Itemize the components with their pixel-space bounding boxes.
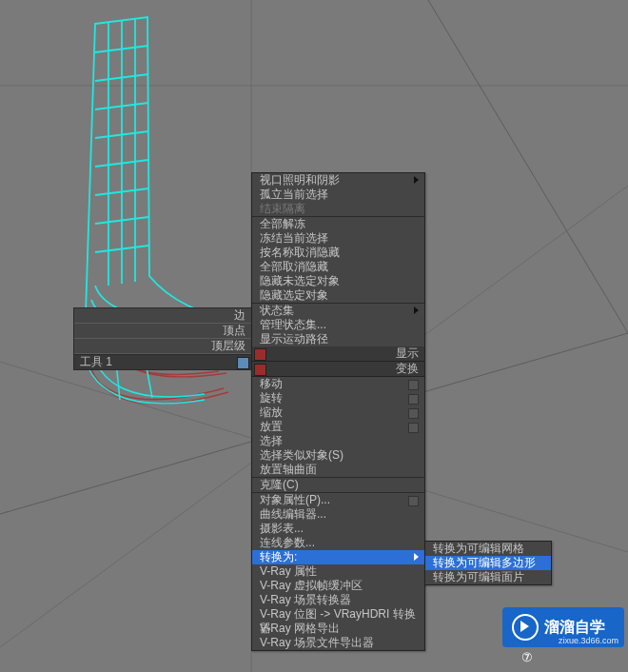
menu-manage-state-sets[interactable]: 管理状态集... bbox=[252, 318, 424, 332]
submenu-arrow-icon bbox=[414, 306, 419, 314]
quad-footer-label: 工具 1 bbox=[80, 355, 112, 368]
submenu-editable-mesh[interactable]: 转换为可编辑网格 bbox=[425, 542, 551, 556]
quad-menu-tools: 边 顶点 顶层级 工具 1 bbox=[73, 307, 252, 370]
menu-wire-parameters[interactable]: 连线参数... bbox=[252, 536, 424, 550]
menu-clone[interactable]: 克隆(C) bbox=[252, 478, 424, 492]
menu-freeze-selection[interactable]: 冻结当前选择 bbox=[252, 231, 424, 246]
menu-vray-bitmap-converter[interactable]: V-Ray 位图 -> VRayHDRI 转换器 bbox=[252, 607, 424, 622]
svg-line-4 bbox=[428, 0, 628, 333]
menu-vray-properties[interactable]: V-Ray 属性 bbox=[252, 564, 424, 579]
menu-unhide-by-name[interactable]: 按名称取消隐藏 bbox=[252, 246, 424, 260]
menu-curve-editor[interactable]: 曲线编辑器... bbox=[252, 507, 424, 522]
menu-hide-selection[interactable]: 隐藏选定对象 bbox=[252, 288, 424, 303]
toggle-box-icon bbox=[408, 496, 419, 506]
quad-header-label: 变换 bbox=[390, 362, 424, 376]
menu-end-isolate: 结束隔离 bbox=[252, 202, 424, 216]
menu-scale[interactable]: 缩放 bbox=[252, 405, 424, 420]
menu-isolate-selection[interactable]: 孤立当前选择 bbox=[252, 188, 424, 202]
toggle-box-icon bbox=[408, 394, 419, 405]
menu-vray-vfb[interactable]: V-Ray 虚拟帧缓冲区 bbox=[252, 579, 424, 593]
toggle-box-icon bbox=[408, 408, 419, 419]
menu-convert-to[interactable]: 转换为: bbox=[252, 550, 424, 564]
submenu-editable-patch[interactable]: 转换为可编辑面片 bbox=[425, 570, 551, 584]
menu-dope-sheet[interactable]: 摄影表... bbox=[252, 522, 424, 536]
menu-rotate[interactable]: 旋转 bbox=[252, 391, 424, 405]
submenu-arrow-icon bbox=[414, 176, 419, 184]
toggle-box-icon bbox=[408, 380, 419, 390]
brand-title: 溜溜自学 bbox=[544, 618, 605, 638]
menu-placement[interactable]: 放置 bbox=[252, 420, 424, 434]
menu-select-similar[interactable]: 选择类似对象(S) bbox=[252, 448, 424, 463]
quad-header-transform: 变换 bbox=[252, 362, 424, 377]
menu-viewport-lighting[interactable]: 视口照明和阴影 bbox=[252, 173, 424, 188]
menu-unhide-all[interactable]: 全部取消隐藏 bbox=[252, 260, 424, 274]
quad-header-display: 显示 bbox=[252, 346, 424, 362]
quad-item-edge[interactable]: 边 bbox=[74, 308, 251, 324]
brand-badge: 溜溜自学 zixue.3d66.com bbox=[502, 607, 624, 647]
play-icon bbox=[512, 614, 539, 641]
menu-hide-unselected[interactable]: 隐藏未选定对象 bbox=[252, 274, 424, 288]
submenu-editable-poly[interactable]: 转换为可编辑多边形 bbox=[425, 556, 551, 570]
menu-vray-mesh-export[interactable]: V-Ray 网格导出 bbox=[252, 622, 424, 636]
menu-vray-scene-converter[interactable]: V-Ray 场景转换器 bbox=[252, 593, 424, 607]
page-number: ⑦ bbox=[521, 650, 533, 664]
menu-vray-scene-export[interactable]: V-Ray 场景文件导出器 bbox=[252, 636, 424, 650]
quad-item-toplevel[interactable]: 顶层级 bbox=[74, 339, 251, 354]
quad-footer: 工具 1 bbox=[74, 354, 251, 369]
brand-url: zixue.3d66.com bbox=[559, 636, 618, 645]
quad-header-swatch bbox=[254, 364, 266, 376]
quad-header-swatch bbox=[254, 348, 266, 361]
menu-state-sets[interactable]: 状态集 bbox=[252, 304, 424, 318]
menu-move[interactable]: 移动 bbox=[252, 377, 424, 391]
menu-object-properties[interactable]: 对象属性(P)... bbox=[252, 493, 424, 507]
menu-show-motion-path[interactable]: 显示运动路径 bbox=[252, 332, 424, 346]
menu-select[interactable]: 选择 bbox=[252, 434, 424, 448]
quad-header-label: 显示 bbox=[390, 346, 424, 361]
submenu-convert-to: 转换为可编辑网格 转换为可编辑多边形 转换为可编辑面片 bbox=[424, 541, 552, 585]
menu-place-pivot[interactable]: 放置轴曲面 bbox=[252, 463, 424, 477]
quad-footer-swatch bbox=[237, 357, 249, 369]
submenu-arrow-icon bbox=[414, 553, 419, 561]
context-menu: 视口照明和阴影 孤立当前选择 结束隔离 全部解冻 冻结当前选择 按名称取消隐藏 … bbox=[251, 172, 425, 651]
quad-item-vertex[interactable]: 顶点 bbox=[74, 324, 251, 339]
toggle-box-icon bbox=[408, 423, 419, 433]
menu-unfreeze-all[interactable]: 全部解冻 bbox=[252, 217, 424, 231]
